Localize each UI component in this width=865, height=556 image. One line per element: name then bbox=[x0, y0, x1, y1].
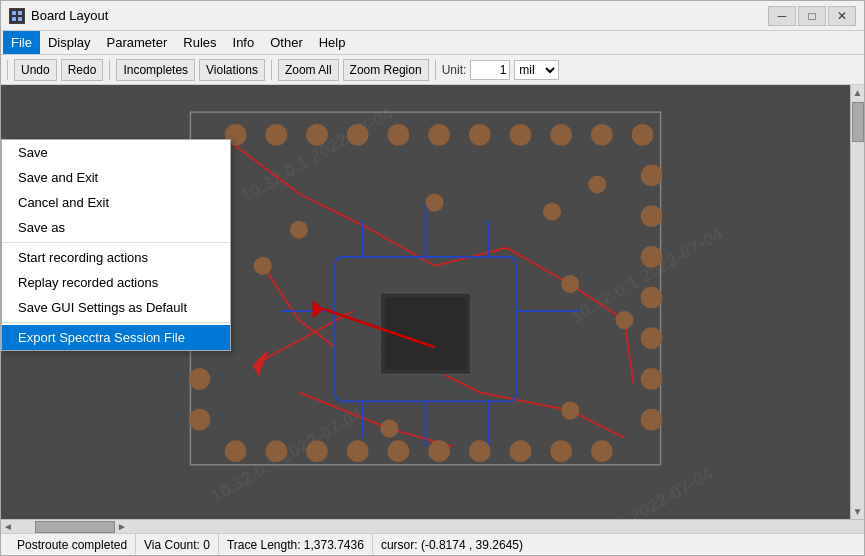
pcb-canvas[interactable]: 10.32.0.1 2022-07-04 10.32.0.1 2022-07-0… bbox=[1, 85, 850, 519]
scroll-up-arrow[interactable]: ▲ bbox=[851, 85, 864, 100]
toolbar-sep-2 bbox=[109, 60, 110, 80]
status-message: Postroute completed bbox=[17, 538, 127, 552]
cursor-coords: cursor: (-0.8174 , 39.2645) bbox=[381, 538, 523, 552]
menu-sep-2 bbox=[2, 322, 230, 323]
menu-other[interactable]: Other bbox=[262, 31, 311, 54]
svg-point-53 bbox=[641, 205, 663, 227]
menu-cancel-and-exit[interactable]: Cancel and Exit bbox=[2, 190, 230, 215]
svg-point-42 bbox=[550, 124, 572, 146]
violations-button[interactable]: Violations bbox=[199, 59, 265, 81]
svg-point-35 bbox=[265, 124, 287, 146]
svg-point-55 bbox=[641, 287, 663, 309]
svg-point-73 bbox=[254, 257, 272, 275]
menu-help[interactable]: Help bbox=[311, 31, 354, 54]
undo-button[interactable]: Undo bbox=[14, 59, 57, 81]
scrollbar-v-thumb[interactable] bbox=[852, 102, 864, 142]
svg-marker-21 bbox=[254, 352, 268, 375]
scroll-left-arrow[interactable]: ◄ bbox=[1, 519, 15, 534]
status-text: Postroute completed bbox=[9, 534, 136, 555]
app-icon bbox=[9, 8, 25, 24]
svg-line-6 bbox=[227, 139, 299, 193]
svg-point-44 bbox=[632, 124, 654, 146]
svg-line-15 bbox=[570, 411, 624, 438]
svg-line-12 bbox=[624, 320, 633, 383]
svg-point-64 bbox=[428, 440, 450, 462]
menu-save-and-exit[interactable]: Save and Exit bbox=[2, 165, 230, 190]
title-bar: Board Layout ─ □ ✕ bbox=[1, 1, 864, 31]
svg-point-65 bbox=[469, 440, 491, 462]
scrollbar-vertical[interactable]: ▲ ▼ bbox=[850, 85, 864, 519]
menu-bar: File Display Parameter Rules Info Other … bbox=[1, 31, 864, 55]
svg-point-71 bbox=[543, 203, 561, 221]
svg-point-75 bbox=[615, 311, 633, 329]
svg-point-77 bbox=[561, 401, 579, 419]
svg-point-57 bbox=[641, 368, 663, 390]
scrollbar-horizontal[interactable]: ◄ ► bbox=[1, 519, 864, 533]
menu-file[interactable]: File bbox=[3, 31, 40, 54]
svg-point-50 bbox=[189, 368, 211, 390]
redo-button[interactable]: Redo bbox=[61, 59, 104, 81]
unit-select[interactable]: mil mm inch bbox=[514, 60, 559, 80]
trace-length: Trace Length: 1,373.7436 bbox=[227, 538, 364, 552]
svg-point-52 bbox=[641, 165, 663, 187]
svg-point-58 bbox=[641, 409, 663, 431]
unit-input[interactable] bbox=[470, 60, 510, 80]
close-button[interactable]: ✕ bbox=[828, 6, 856, 26]
main-area: 10.32.0.1 2022-07-04 10.32.0.1 2022-07-0… bbox=[1, 85, 864, 519]
svg-point-38 bbox=[388, 124, 410, 146]
toolbar: Undo Redo Incompletes Violations Zoom Al… bbox=[1, 55, 864, 85]
cursor-section: cursor: (-0.8174 , 39.2645) bbox=[373, 534, 531, 555]
menu-save[interactable]: Save bbox=[2, 140, 230, 165]
toolbar-sep-1 bbox=[7, 60, 8, 80]
menu-replay-recorded[interactable]: Replay recorded actions bbox=[2, 270, 230, 295]
svg-line-11 bbox=[570, 284, 624, 320]
window-controls: ─ □ ✕ bbox=[768, 6, 856, 26]
menu-start-recording[interactable]: Start recording actions bbox=[2, 245, 230, 270]
svg-rect-1 bbox=[12, 11, 16, 15]
zoom-region-button[interactable]: Zoom Region bbox=[343, 59, 429, 81]
svg-marker-80 bbox=[312, 300, 324, 318]
svg-point-40 bbox=[469, 124, 491, 146]
scroll-right-arrow[interactable]: ► bbox=[115, 519, 129, 534]
svg-point-72 bbox=[588, 175, 606, 193]
maximize-button[interactable]: □ bbox=[798, 6, 826, 26]
svg-point-51 bbox=[189, 409, 211, 431]
scrollbar-h-thumb[interactable] bbox=[35, 521, 115, 533]
svg-point-69 bbox=[290, 221, 308, 239]
menu-rules[interactable]: Rules bbox=[175, 31, 224, 54]
menu-save-as[interactable]: Save as bbox=[2, 215, 230, 240]
via-count: Via Count: 0 bbox=[144, 538, 210, 552]
svg-point-36 bbox=[306, 124, 328, 146]
unit-label: Unit: bbox=[442, 63, 467, 77]
svg-point-56 bbox=[641, 327, 663, 349]
zoom-all-button[interactable]: Zoom All bbox=[278, 59, 339, 81]
svg-point-37 bbox=[347, 124, 369, 146]
svg-rect-0 bbox=[10, 9, 24, 23]
svg-line-20 bbox=[254, 311, 353, 365]
svg-point-70 bbox=[426, 194, 444, 212]
menu-export-specctra[interactable]: Export Specctra Session File bbox=[2, 325, 230, 350]
menu-info[interactable]: Info bbox=[225, 31, 263, 54]
incompletes-button[interactable]: Incompletes bbox=[116, 59, 195, 81]
svg-point-67 bbox=[550, 440, 572, 462]
menu-parameter[interactable]: Parameter bbox=[99, 31, 176, 54]
svg-point-60 bbox=[265, 440, 287, 462]
via-count-section: Via Count: 0 bbox=[136, 534, 219, 555]
svg-point-39 bbox=[428, 124, 450, 146]
file-dropdown-menu: Save Save and Exit Cancel and Exit Save … bbox=[1, 139, 231, 351]
scroll-down-arrow[interactable]: ▼ bbox=[851, 504, 864, 519]
svg-point-68 bbox=[591, 440, 613, 462]
toolbar-sep-3 bbox=[271, 60, 272, 80]
svg-point-43 bbox=[591, 124, 613, 146]
minimize-button[interactable]: ─ bbox=[768, 6, 796, 26]
svg-point-41 bbox=[510, 124, 532, 146]
svg-point-59 bbox=[225, 440, 247, 462]
menu-display[interactable]: Display bbox=[40, 31, 99, 54]
svg-point-63 bbox=[388, 440, 410, 462]
menu-sep-1 bbox=[2, 242, 230, 243]
svg-point-74 bbox=[561, 275, 579, 293]
svg-line-7 bbox=[299, 194, 371, 230]
menu-save-gui-settings[interactable]: Save GUI Settings as Default bbox=[2, 295, 230, 320]
svg-point-61 bbox=[306, 440, 328, 462]
toolbar-sep-4 bbox=[435, 60, 436, 80]
